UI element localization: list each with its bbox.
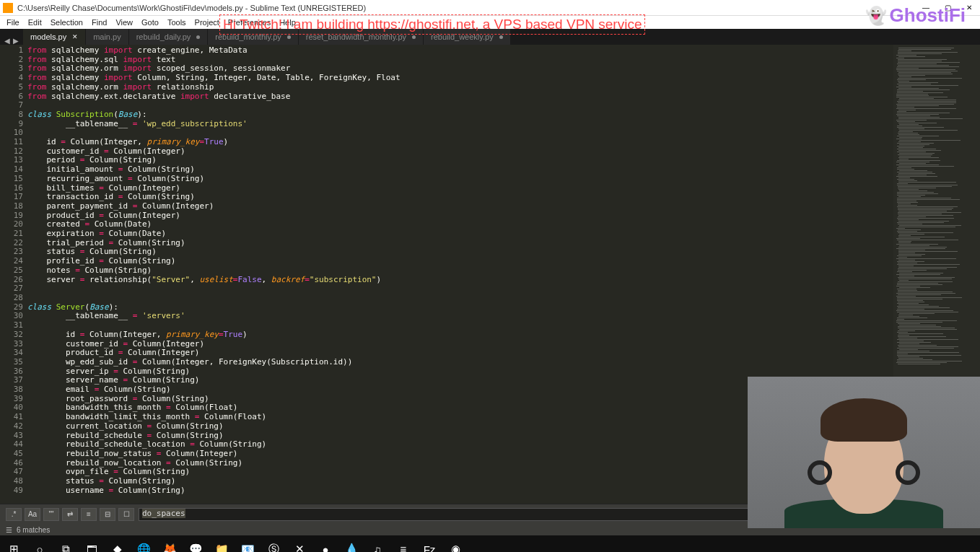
- taskbar-chrome[interactable]: 🌐: [131, 538, 156, 552]
- menu-find[interactable]: Find: [88, 18, 110, 27]
- taskbar-firefox[interactable]: 🦊: [157, 538, 182, 552]
- line-number: 18: [0, 202, 23, 211]
- taskbar-app4[interactable]: ●: [313, 538, 338, 552]
- find-input[interactable]: do_spaces: [139, 508, 766, 521]
- code-line: from sqlalchemy.ext.declarative import d…: [27, 92, 893, 102]
- taskbar-filezilla[interactable]: Fz: [417, 538, 442, 552]
- tab-nav-back-icon[interactable]: ◀: [4, 37, 10, 45]
- taskbar-messenger[interactable]: 💬: [183, 538, 208, 552]
- tab-dirty-icon: [196, 35, 200, 39]
- taskbar-cortana[interactable]: ○: [27, 538, 52, 552]
- line-number: 11: [0, 138, 23, 147]
- taskbar-taskview[interactable]: ⧉: [53, 538, 78, 552]
- line-number: 32: [0, 330, 23, 340]
- ghostifi-logo: 👻 GhostiFi: [865, 4, 966, 27]
- code-line: __tablename__ = 'servers': [27, 312, 893, 321]
- line-number: 15: [0, 175, 23, 184]
- code-line: server = relationship("Server", uselist=…: [27, 276, 893, 285]
- code-line: [27, 294, 893, 303]
- webcam-overlay: [748, 377, 980, 528]
- line-number: 31: [0, 321, 23, 330]
- stream-overlay-text: Hi Twitch! I am building https://ghostif…: [219, 14, 645, 35]
- tab-rebuild_daily-py[interactable]: rebuild_daily.py: [129, 29, 208, 45]
- code-line: [27, 284, 893, 294]
- code-line: product_id = Column(Integer): [27, 211, 893, 221]
- find-option-4[interactable]: ≡: [81, 508, 97, 521]
- tab-dirty-icon: [499, 35, 503, 39]
- find-option-5[interactable]: ⊟: [100, 508, 115, 521]
- line-number: 8: [0, 110, 23, 120]
- line-number: 14: [0, 165, 23, 175]
- window-title: C:\Users\Reilly Chase\Documents\Work\Gho…: [17, 4, 366, 12]
- logo-text: GhostiFi: [890, 4, 966, 27]
- taskbar-sublime[interactable]: ≡: [391, 538, 416, 552]
- ghost-icon: 👻: [865, 6, 887, 26]
- code-line: trial_period = Column(String): [27, 239, 893, 248]
- taskbar-skype[interactable]: Ⓢ: [261, 538, 286, 552]
- taskbar-obs[interactable]: ◉: [443, 538, 468, 552]
- line-number: 49: [0, 486, 23, 496]
- taskbar-app1[interactable]: 🗔: [79, 538, 104, 552]
- line-number: 42: [0, 422, 23, 431]
- line-number: 41: [0, 413, 23, 422]
- taskbar-explorer[interactable]: 📁: [209, 538, 234, 552]
- tab-dirty-icon: [287, 35, 291, 39]
- menu-file[interactable]: File: [3, 18, 23, 27]
- menu-project[interactable]: Project: [191, 18, 223, 27]
- tab-label: rebuild_daily.py: [136, 32, 191, 41]
- tab-label: models.py: [30, 32, 66, 41]
- find-option-0[interactable]: .*: [6, 508, 22, 521]
- find-option-2[interactable]: "": [43, 508, 59, 521]
- windows-taskbar: ⊞○⧉🗔◆🌐🦊💬📁📧Ⓢ✕●💧♫≡Fz◉: [0, 535, 980, 552]
- line-number: 25: [0, 266, 23, 276]
- find-option-1[interactable]: Aa: [25, 508, 40, 521]
- line-number: 38: [0, 385, 23, 395]
- taskbar-start[interactable]: ⊞: [1, 538, 26, 552]
- code-line: profile_id = Column(String): [27, 257, 893, 266]
- taskbar-app3[interactable]: ✕: [287, 538, 312, 552]
- find-toggle-icon[interactable]: ☰: [6, 526, 12, 534]
- line-number: 35: [0, 358, 23, 367]
- code-line: [27, 101, 893, 110]
- menu-goto[interactable]: Goto: [138, 18, 162, 27]
- window-titlebar: C:\Users\Reilly Chase\Documents\Work\Gho…: [0, 0, 980, 16]
- line-number: 21: [0, 229, 23, 239]
- status-matches: 6 matches: [17, 526, 50, 534]
- tab-close-icon[interactable]: ✕: [72, 33, 78, 40]
- menu-edit[interactable]: Edit: [25, 18, 45, 27]
- code-line: __tablename__ = 'wp_edd_subscriptions': [27, 120, 893, 129]
- tab-nav-forward-icon[interactable]: ▶: [13, 37, 19, 45]
- line-number-gutter: 1234567891011121314151617181920212223242…: [0, 45, 27, 504]
- taskbar-spotify[interactable]: ♫: [365, 538, 390, 552]
- menu-tools[interactable]: Tools: [164, 18, 190, 27]
- line-number: 48: [0, 477, 23, 486]
- line-number: 5: [0, 83, 23, 92]
- taskbar-outlook[interactable]: 📧: [235, 538, 260, 552]
- line-number: 24: [0, 257, 23, 266]
- tab-main-py[interactable]: main.py: [86, 29, 128, 45]
- code-line: customer_id = Column(Integer): [27, 147, 893, 157]
- find-option-3[interactable]: ⇄: [62, 508, 78, 521]
- app-icon: [3, 3, 13, 13]
- line-number: 4: [0, 74, 23, 83]
- line-number: 34: [0, 349, 23, 358]
- line-number: 1: [0, 46, 23, 56]
- line-number: 28: [0, 294, 23, 303]
- tab-models-py[interactable]: models.py✕: [23, 29, 85, 45]
- taskbar-app2[interactable]: ◆: [105, 538, 130, 552]
- find-option-6[interactable]: ☐: [118, 508, 134, 521]
- menu-view[interactable]: View: [112, 18, 136, 27]
- tab-label: main.py: [93, 32, 121, 41]
- line-number: 45: [0, 450, 23, 459]
- tab-dirty-icon: [412, 35, 416, 39]
- menu-selection[interactable]: Selection: [47, 18, 87, 27]
- taskbar-app5[interactable]: 💧: [339, 538, 364, 552]
